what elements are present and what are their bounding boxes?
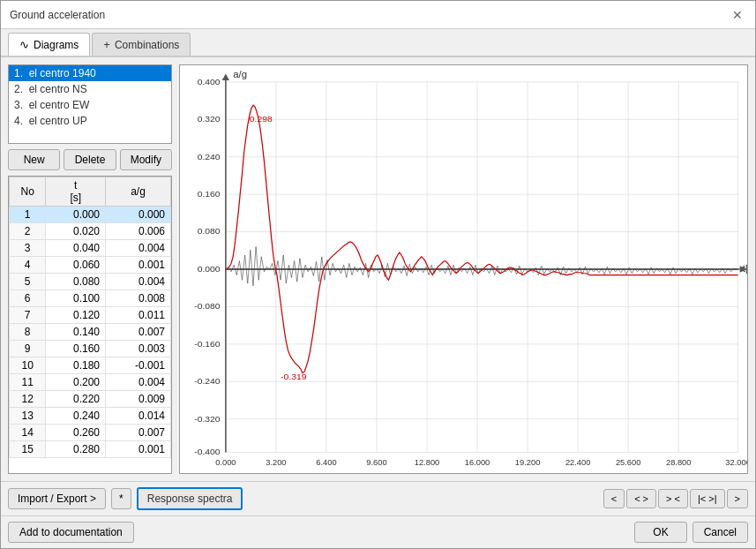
list-item[interactable]: 3. el centro EW <box>9 97 171 113</box>
svg-text:-0.400: -0.400 <box>194 447 221 456</box>
table-row[interactable]: 90.1600.003 <box>10 341 171 357</box>
svg-text:28.800: 28.800 <box>666 458 692 467</box>
nav-prev-button[interactable]: < <box>603 489 625 508</box>
star-button[interactable]: * <box>111 488 131 509</box>
svg-text:-0.320: -0.320 <box>194 414 221 423</box>
list-item[interactable]: 2. el centro NS <box>9 81 171 97</box>
table-row[interactable]: 70.1200.011 <box>10 307 171 324</box>
svg-text:-0.080: -0.080 <box>194 302 221 311</box>
col-no: No <box>10 177 46 207</box>
table-row[interactable]: 50.0800.004 <box>10 274 171 290</box>
svg-text:0.080: 0.080 <box>198 227 221 236</box>
tab-diagrams[interactable]: ∿ Diagrams <box>8 33 90 56</box>
svg-text:0.298: 0.298 <box>250 115 273 124</box>
svg-text:12.800: 12.800 <box>415 458 440 467</box>
tab-combinations-label: Combinations <box>115 39 179 51</box>
data-table-container: No t[s] a/g 10.0000.00020.0200.00630.040… <box>8 176 172 474</box>
ok-button[interactable]: OK <box>634 522 686 543</box>
col-ag: a/g <box>106 177 171 207</box>
navigation-buttons: < < > > < |< >| > <box>603 489 748 508</box>
table-row[interactable]: 150.2800.001 <box>10 441 171 458</box>
import-export-button[interactable]: Import / Export > <box>8 488 106 509</box>
svg-text:0.160: 0.160 <box>198 189 221 198</box>
table-row[interactable]: 80.1400.007 <box>10 324 171 341</box>
add-to-documentation-button[interactable]: Add to documentation <box>8 522 134 543</box>
action-buttons: New Delete Modify <box>8 149 172 170</box>
svg-text:25.600: 25.600 <box>616 458 641 467</box>
table-row[interactable]: 100.180-0.001 <box>10 357 171 374</box>
footer-bar: Add to documentation OK Cancel <box>1 515 755 548</box>
col-t: t[s] <box>46 177 106 207</box>
tab-diagrams-label: Diagrams <box>34 39 79 51</box>
table-row[interactable]: 40.0600.001 <box>10 257 171 274</box>
chart-area: 0.400 0.320 0.240 0.160 0.080 0.000 -0.0… <box>179 64 748 474</box>
table-row[interactable]: 120.2200.009 <box>10 391 171 408</box>
close-button[interactable]: ✕ <box>729 8 746 22</box>
table-scroll[interactable]: No t[s] a/g 10.0000.00020.0200.00630.040… <box>9 177 171 473</box>
nav-prev2-button[interactable]: < > <box>626 489 656 508</box>
svg-text:19.200: 19.200 <box>515 458 541 467</box>
svg-text:-0.160: -0.160 <box>194 339 221 348</box>
modify-button[interactable]: Modify <box>120 149 172 170</box>
svg-text:32.000: 32.000 <box>725 458 747 467</box>
chart-svg: 0.400 0.320 0.240 0.160 0.080 0.000 -0.0… <box>180 65 747 473</box>
response-spectra-button[interactable]: Response spectra <box>137 487 243 510</box>
diagram-list[interactable]: 1. el centro 1940 2. el centro NS 3. el … <box>8 64 172 144</box>
nav-next-button[interactable]: > <box>727 489 748 508</box>
svg-text:-0.319: -0.319 <box>281 372 307 381</box>
svg-text:0.000: 0.000 <box>198 264 221 273</box>
nav-first-last-button[interactable]: |< >| <box>690 489 725 508</box>
nav-next2-button[interactable]: > < <box>658 489 688 508</box>
svg-text:0.400: 0.400 <box>198 77 221 86</box>
content-area: 1. el centro 1940 2. el centro NS 3. el … <box>1 57 755 481</box>
svg-text:16.000: 16.000 <box>465 458 490 467</box>
main-window: Ground acceleration ✕ ∿ Diagrams + Combi… <box>0 0 756 549</box>
window-title: Ground acceleration <box>10 9 105 21</box>
svg-text:22.400: 22.400 <box>565 458 591 467</box>
bottom-toolbar: Import / Export > * Response spectra < <… <box>1 481 755 515</box>
diagrams-icon: ∿ <box>19 38 29 51</box>
list-item[interactable]: 4. el centro UP <box>9 113 171 129</box>
svg-text:6.400: 6.400 <box>316 458 336 467</box>
new-button[interactable]: New <box>8 149 60 170</box>
tab-combinations[interactable]: + Combinations <box>92 33 191 56</box>
svg-text:-0.240: -0.240 <box>194 377 221 386</box>
svg-marker-49 <box>222 73 229 80</box>
svg-text:a/g: a/g <box>233 70 247 79</box>
combinations-icon: + <box>103 38 110 51</box>
table-row[interactable]: 60.1000.008 <box>10 290 171 307</box>
table-row[interactable]: 140.2600.007 <box>10 425 171 441</box>
table-row[interactable]: 110.2000.004 <box>10 374 171 391</box>
table-row[interactable]: 20.0200.006 <box>10 223 171 240</box>
table-row[interactable]: 10.0000.000 <box>10 207 171 223</box>
list-item[interactable]: 1. el centro 1940 <box>9 65 171 81</box>
tab-bar: ∿ Diagrams + Combinations <box>1 29 755 57</box>
cancel-button[interactable]: Cancel <box>692 522 748 543</box>
table-row[interactable]: 30.0400.004 <box>10 240 171 257</box>
left-panel: 1. el centro 1940 2. el centro NS 3. el … <box>8 64 172 474</box>
svg-text:3.200: 3.200 <box>266 458 286 467</box>
svg-text:0.320: 0.320 <box>198 115 221 124</box>
data-table: No t[s] a/g 10.0000.00020.0200.00630.040… <box>9 177 171 458</box>
delete-button[interactable]: Delete <box>64 149 116 170</box>
svg-text:0.000: 0.000 <box>215 458 236 467</box>
svg-text:0.240: 0.240 <box>198 152 221 161</box>
title-bar: Ground acceleration ✕ <box>1 1 755 29</box>
svg-text:9.600: 9.600 <box>366 458 386 467</box>
table-row[interactable]: 130.2400.014 <box>10 408 171 425</box>
